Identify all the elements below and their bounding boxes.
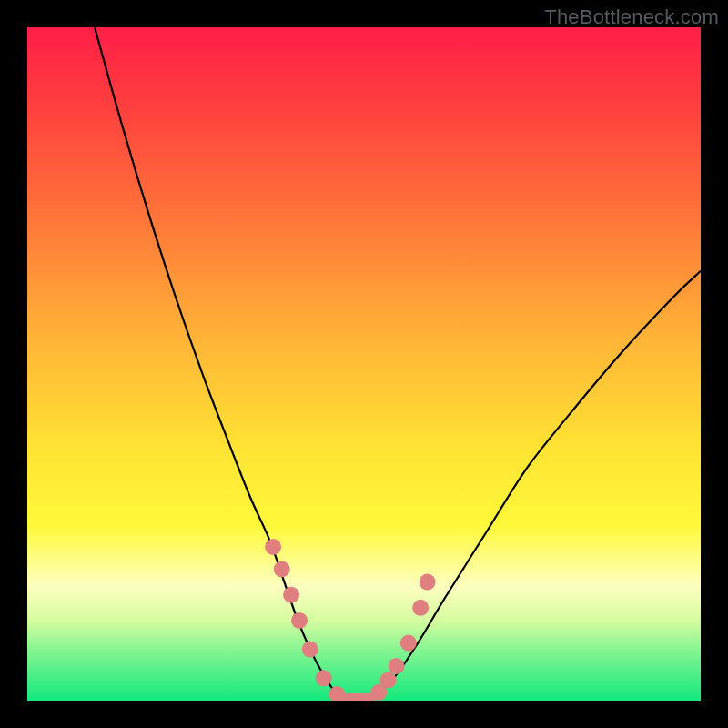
chart-frame: TheBottleneck.com [0,0,728,728]
marker-dot [380,672,397,688]
marker-dot [316,670,332,686]
marker-dot [389,658,405,674]
marker-dot [420,574,436,591]
marker-dot [274,561,290,578]
marker-dot [302,642,318,658]
marker-group [265,539,436,701]
plot-area [27,27,701,701]
watermark-text: TheBottleneck.com [544,5,719,29]
marker-dot [283,587,299,603]
marker-dot [265,539,281,555]
bottleneck-svg [27,27,701,701]
bottleneck-curve [95,27,701,701]
marker-dot [412,600,429,616]
marker-dot [400,635,417,652]
marker-dot [291,612,308,629]
